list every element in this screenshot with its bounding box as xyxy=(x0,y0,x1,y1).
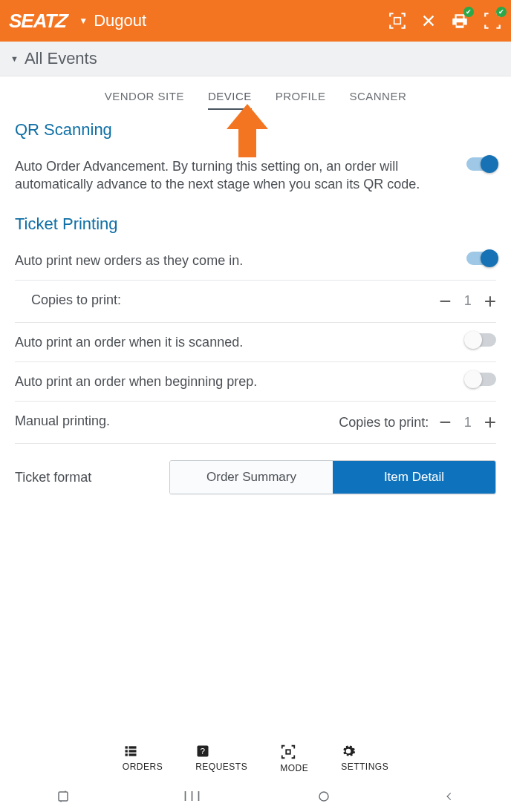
ticket-format-segmented: Order Summary Item Detail xyxy=(169,460,496,494)
tab-scanner[interactable]: SCANNER xyxy=(349,90,406,102)
tab-device[interactable]: DEVICE xyxy=(208,90,252,102)
back-button[interactable] xyxy=(444,790,455,803)
copies-label: Copies to print: xyxy=(31,291,439,309)
venue-dropdown-caret[interactable]: ▼ xyxy=(79,16,88,26)
auto-print-prep-row: Auto print an order when beginning prep. xyxy=(15,362,496,402)
screenshot-icon[interactable] xyxy=(56,790,70,803)
auto-print-new-toggle[interactable] xyxy=(466,252,496,265)
tabbar-orders[interactable]: ORDERS xyxy=(123,744,163,773)
close-icon[interactable] xyxy=(420,13,437,29)
svg-rect-2 xyxy=(125,746,127,748)
check-badge-icon: ✔ xyxy=(496,7,507,17)
header-actions: ✔ ✔ xyxy=(388,11,502,30)
events-label: All Events xyxy=(25,49,97,68)
auto-order-advancement-text: Auto Order Advancement. By turning this … xyxy=(15,157,466,194)
tabbar-mode-label: MODE xyxy=(280,763,308,773)
recents-button[interactable]: III xyxy=(183,789,204,805)
ticket-format-label: Ticket format xyxy=(15,470,91,485)
qr-scan-icon[interactable] xyxy=(388,11,407,30)
copies-increment-button[interactable]: + xyxy=(484,291,496,312)
app-logo: SEATZ xyxy=(9,10,67,33)
venue-name[interactable]: Dugout xyxy=(94,11,146,30)
tabbar-settings-label: SETTINGS xyxy=(341,762,388,772)
svg-text:?: ? xyxy=(201,746,206,756)
auto-print-scanned-toggle[interactable] xyxy=(466,333,496,347)
tabbar-mode[interactable]: MODE xyxy=(280,744,308,773)
svg-rect-3 xyxy=(128,746,136,748)
auto-print-prep-text: Auto print an order when beginning prep. xyxy=(15,373,466,390)
copies-value: 1 xyxy=(463,293,472,309)
home-button[interactable] xyxy=(317,790,331,803)
tabbar-requests[interactable]: ? REQUESTS xyxy=(195,744,247,773)
tabbar-requests-label: REQUESTS xyxy=(195,762,247,772)
scanner-status-icon[interactable]: ✔ xyxy=(483,11,502,30)
qr-mode-icon xyxy=(280,744,308,760)
android-navbar: III xyxy=(0,781,511,812)
printer-status-icon[interactable]: ✔ xyxy=(450,11,469,30)
auto-print-scanned-row: Auto print an order when it is scanned. xyxy=(15,323,496,362)
printing-section-title: Ticket Printing xyxy=(15,215,496,234)
settings-content: QR Scanning Auto Order Advancement. By t… xyxy=(0,111,511,505)
list-icon xyxy=(123,744,163,759)
gear-icon xyxy=(341,744,388,759)
events-dropdown[interactable]: ▼ All Events xyxy=(0,42,511,76)
manual-copies-increment-button[interactable]: + xyxy=(484,412,496,433)
manual-printing-row: Manual printing. Copies to print: − 1 + xyxy=(15,402,496,444)
tab-profile[interactable]: PROFILE xyxy=(276,90,326,102)
svg-rect-6 xyxy=(125,753,127,756)
bottom-tabbar: ORDERS ? REQUESTS MODE SETTINGS xyxy=(0,736,511,781)
ticket-format-row: Ticket format Order Summary Item Detail xyxy=(15,444,496,505)
annotation-arrow-icon xyxy=(227,104,268,157)
copies-decrement-button[interactable]: − xyxy=(439,291,451,312)
svg-marker-1 xyxy=(227,104,268,157)
ticket-format-order-summary[interactable]: Order Summary xyxy=(170,461,333,494)
auto-order-advancement-toggle[interactable] xyxy=(466,157,496,171)
manual-copies-decrement-button[interactable]: − xyxy=(439,412,451,433)
svg-rect-4 xyxy=(125,750,127,752)
auto-print-prep-toggle[interactable] xyxy=(466,373,496,386)
app-header: SEATZ ▼ Dugout ✔ ✔ xyxy=(0,0,511,42)
manual-printing-label: Manual printing. xyxy=(15,412,339,430)
tabbar-settings[interactable]: SETTINGS xyxy=(341,744,388,773)
help-icon: ? xyxy=(195,744,247,759)
auto-print-new-row: Auto print new orders as they come in. xyxy=(15,241,496,281)
auto-print-scanned-text: Auto print an order when it is scanned. xyxy=(15,333,466,351)
manual-copies-label: Copies to print: xyxy=(339,415,429,430)
svg-rect-10 xyxy=(286,750,290,754)
check-badge-icon: ✔ xyxy=(463,7,474,17)
svg-point-12 xyxy=(319,792,328,801)
ticket-format-item-detail[interactable]: Item Detail xyxy=(333,461,495,494)
auto-print-new-text: Auto print new orders as they come in. xyxy=(15,252,466,269)
copies-to-print-row: Copies to print: − 1 + xyxy=(15,281,496,323)
tabbar-orders-label: ORDERS xyxy=(123,762,163,772)
svg-rect-0 xyxy=(394,18,401,24)
svg-rect-7 xyxy=(128,753,136,756)
chevron-down-icon: ▼ xyxy=(10,54,19,63)
svg-rect-5 xyxy=(128,750,136,752)
svg-rect-11 xyxy=(59,792,68,801)
tab-vendor-site[interactable]: VENDOR SITE xyxy=(105,90,184,102)
manual-copies-value: 1 xyxy=(463,415,472,430)
